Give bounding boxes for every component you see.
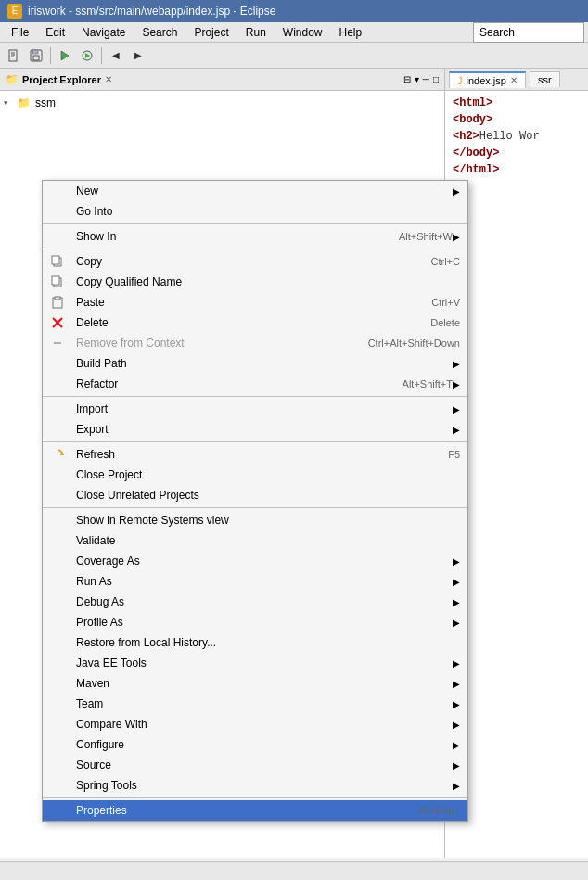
ctx-label-paste: Paste	[76, 296, 413, 309]
ctx-item-close-unrelated[interactable]: Close Unrelated Projects	[43, 485, 467, 505]
svg-rect-6	[33, 56, 39, 60]
ctx-item-compare-with[interactable]: Compare With▶	[43, 714, 467, 734]
svg-rect-13	[52, 276, 59, 285]
ctx-item-coverage-as[interactable]: Coverage As▶	[43, 551, 467, 571]
ctx-icon-export	[50, 422, 65, 437]
ctx-item-export[interactable]: Export▶	[43, 419, 467, 440]
ctx-label-remove-context: Remove from Context	[76, 337, 350, 350]
ctx-item-team[interactable]: Team▶	[43, 694, 467, 714]
menu-help[interactable]: Help	[332, 24, 370, 41]
tab-ssr[interactable]: ssr	[530, 71, 560, 87]
code-line-3: <h2>Hello Wor	[453, 128, 581, 145]
ctx-separator	[43, 249, 467, 249]
toolbar: ◀ ▶	[0, 43, 588, 69]
run-button[interactable]	[77, 45, 97, 66]
explorer-max[interactable]: □	[433, 74, 439, 84]
new-button[interactable]	[4, 45, 24, 66]
menu-file[interactable]: File	[4, 24, 36, 41]
ctx-label-properties: Properties	[76, 804, 399, 817]
ctx-separator	[43, 507, 467, 508]
menu-navigate[interactable]: Navigate	[74, 24, 133, 41]
explorer-header: 📁 Project Explorer ✕ ⊟ ▾ ─ □	[0, 69, 444, 91]
app-icon: E	[7, 4, 22, 19]
ctx-arrow-run-as: ▶	[453, 577, 460, 587]
ctx-icon-refresh	[50, 447, 65, 462]
ctx-item-debug-as[interactable]: Debug As▶	[43, 592, 467, 612]
ctx-label-copy: Copy	[76, 255, 413, 268]
next-button[interactable]: ▶	[128, 45, 148, 66]
ctx-item-delete[interactable]: DeleteDelete	[43, 312, 467, 333]
ctx-item-show-in[interactable]: Show InAlt+Shift+W▶	[43, 226, 467, 247]
code-line-5: </html>	[453, 161, 581, 178]
ctx-icon-spring-tools	[50, 778, 65, 793]
ctx-item-build-path[interactable]: Build Path▶	[43, 353, 467, 374]
explorer-close: ✕	[105, 74, 112, 84]
explorer-collapse[interactable]: ⊟	[403, 74, 411, 84]
code-line-1: <html>	[453, 95, 581, 111]
ctx-item-source[interactable]: Source▶	[43, 755, 467, 775]
ctx-arrow-compare-with: ▶	[453, 720, 460, 730]
ctx-shortcut-refactor: Alt+Shift+T	[403, 378, 453, 389]
ctx-item-copy-qualified[interactable]: Copy Qualified Name	[43, 272, 467, 292]
ctx-item-java-ee-tools[interactable]: Java EE Tools▶	[43, 653, 467, 673]
ctx-label-import: Import	[76, 402, 453, 415]
tab-label-ssr: ssr	[538, 74, 552, 85]
ctx-icon-build-path	[50, 356, 65, 371]
ctx-item-validate[interactable]: Validate	[43, 530, 467, 551]
ctx-item-show-remote[interactable]: Show in Remote Systems view	[43, 510, 467, 530]
menu-project[interactable]: Project	[186, 24, 236, 41]
tree-item-root[interactable]: ▾ 📁 ssm	[0, 95, 444, 111]
ctx-label-show-remote: Show in Remote Systems view	[76, 514, 460, 527]
explorer-min[interactable]: ─	[423, 74, 429, 84]
ctx-item-go-into[interactable]: Go Into	[43, 201, 467, 222]
code-line-2: <body>	[453, 111, 581, 128]
ctx-icon-coverage-as	[50, 554, 65, 568]
ctx-item-import[interactable]: Import▶	[43, 399, 467, 419]
ctx-icon-go-into	[50, 204, 65, 219]
ctx-item-refactor[interactable]: RefactorAlt+Shift+T▶	[43, 374, 467, 394]
ctx-icon-restore-local	[50, 635, 65, 650]
svg-rect-5	[32, 50, 38, 54]
menu-edit[interactable]: Edit	[38, 24, 72, 41]
ctx-item-run-as[interactable]: Run As▶	[43, 571, 467, 592]
ctx-icon-close-unrelated	[50, 488, 65, 503]
ctx-icon-paste	[50, 295, 65, 310]
ctx-shortcut-properties: Alt+Enter	[417, 805, 460, 816]
ctx-icon-configure	[50, 737, 65, 752]
ctx-item-refresh[interactable]: RefreshF5	[43, 444, 467, 465]
ctx-label-close-unrelated: Close Unrelated Projects	[76, 489, 460, 502]
ctx-item-new[interactable]: New▶	[43, 181, 467, 201]
ctx-item-configure[interactable]: Configure▶	[43, 734, 467, 755]
menu-search[interactable]: Search	[134, 24, 185, 41]
prev-button[interactable]: ◀	[106, 45, 126, 66]
ctx-arrow-coverage-as: ▶	[453, 556, 460, 567]
search-input[interactable]	[473, 22, 584, 43]
ctx-item-paste[interactable]: PasteCtrl+V	[43, 292, 467, 312]
ctx-item-close-project[interactable]: Close Project	[43, 465, 467, 485]
ctx-item-profile-as[interactable]: Profile As▶	[43, 612, 467, 632]
ctx-item-spring-tools[interactable]: Spring Tools▶	[43, 775, 467, 796]
ctx-item-maven[interactable]: Maven▶	[43, 673, 467, 694]
tab-index-jsp[interactable]: J index.jsp ✕	[449, 71, 526, 88]
explorer-icon: 📁	[6, 73, 19, 85]
ctx-item-properties[interactable]: PropertiesAlt+Enter	[43, 800, 467, 821]
ctx-shortcut-remove-context: Ctrl+Alt+Shift+Down	[368, 338, 460, 349]
ctx-item-remove-context: Remove from ContextCtrl+Alt+Shift+Down	[43, 333, 467, 353]
ctx-icon-delete	[50, 315, 65, 330]
ctx-arrow-team: ▶	[453, 699, 460, 709]
ctx-shortcut-refresh: F5	[448, 449, 460, 460]
ctx-label-delete: Delete	[76, 316, 412, 329]
tab-close-jsp[interactable]: ✕	[510, 75, 518, 85]
ctx-label-export: Export	[76, 423, 453, 436]
menu-run[interactable]: Run	[238, 24, 274, 41]
explorer-menu[interactable]: ▾	[415, 74, 419, 84]
save-button[interactable]	[26, 45, 46, 66]
ctx-item-copy[interactable]: CopyCtrl+C	[43, 251, 467, 272]
ctx-icon-close-project	[50, 467, 65, 482]
debug-button[interactable]	[55, 45, 75, 66]
ctx-label-source: Source	[76, 759, 453, 772]
menu-window[interactable]: Window	[275, 24, 330, 41]
ctx-arrow-source: ▶	[453, 760, 460, 771]
ctx-label-new: New	[76, 185, 453, 198]
ctx-item-restore-local[interactable]: Restore from Local History...	[43, 632, 467, 653]
